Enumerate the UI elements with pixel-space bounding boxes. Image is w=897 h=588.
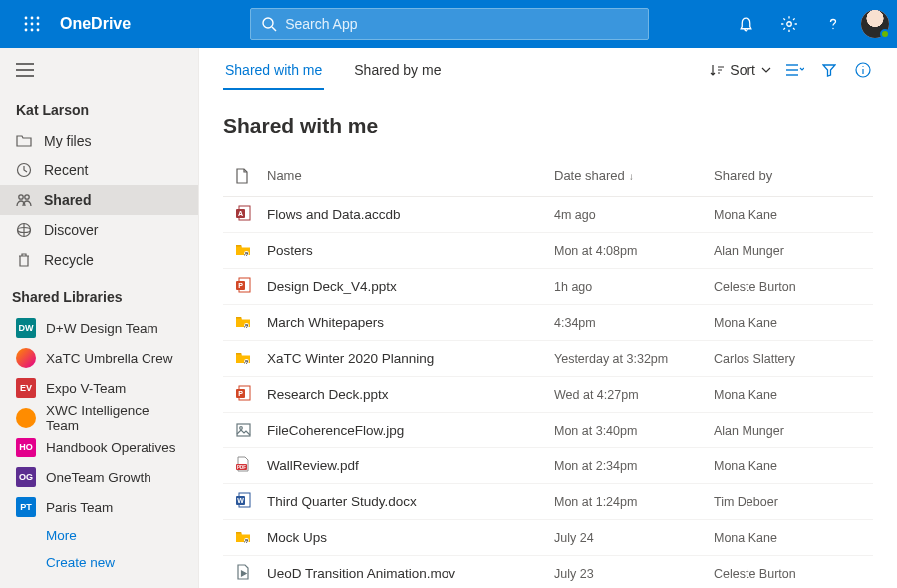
file-row[interactable]: PDFWallReview.pdfMon at 2:34pmMona Kane (223, 448, 873, 484)
sidebar-item-label: Discover (44, 222, 98, 238)
sidebar-item-recycle[interactable]: Recycle (0, 245, 198, 275)
file-date: Mon at 4:08pm (554, 244, 714, 258)
file-row[interactable]: AFlows and Data.accdb4m agoMona Kane (223, 197, 873, 233)
file-name: WallReview.pdf (267, 458, 554, 473)
filter-button[interactable] (819, 60, 839, 80)
file-shared-by: Carlos Slattery (714, 352, 873, 366)
app-launcher-button[interactable] (8, 0, 56, 48)
library-item[interactable]: OGOneTeam Growth (0, 462, 198, 492)
file-row[interactable]: XaTC Winter 2020 PlanningYesterday at 3:… (223, 341, 873, 377)
library-badge: OG (16, 467, 36, 487)
svg-point-0 (25, 17, 28, 20)
file-row[interactable]: Mock UpsJuly 24Mona Kane (223, 520, 873, 556)
main-content: Shared with meShared by me Sort Shared w (199, 48, 897, 588)
top-bar: OneDrive (0, 0, 897, 48)
svg-point-6 (25, 29, 28, 32)
svg-point-1 (31, 17, 34, 20)
brand-label: OneDrive (60, 15, 131, 33)
file-row[interactable]: PostersMon at 4:08pmAlan Munger (223, 233, 873, 269)
docx-icon: W (235, 492, 251, 508)
svg-point-26 (862, 65, 863, 66)
file-shared-by: Mona Kane (714, 316, 873, 330)
search-input[interactable] (285, 16, 638, 32)
file-name: Flows and Data.accdb (267, 207, 554, 222)
library-item[interactable]: EVExpo V-Team (0, 373, 198, 403)
svg-text:PDF: PDF (237, 465, 246, 470)
library-label: Paris Team (46, 500, 113, 515)
library-badge: DW (16, 318, 36, 338)
pptx-icon: P (235, 385, 251, 401)
user-avatar[interactable] (861, 10, 889, 38)
library-item[interactable]: HOHandbook Operatives (0, 433, 198, 462)
library-item[interactable]: XaTC Umbrella Crew (0, 343, 198, 373)
library-label: OneTeam Growth (46, 470, 151, 485)
pdf-icon: PDF (235, 456, 251, 472)
column-name[interactable]: Name (267, 168, 554, 183)
access-icon: A (235, 205, 251, 221)
file-date: July 24 (554, 531, 714, 545)
hamburger-icon[interactable] (16, 63, 34, 77)
svg-point-7 (31, 29, 34, 32)
file-icon (235, 168, 267, 184)
sort-button[interactable]: Sort (710, 62, 771, 78)
library-item[interactable]: PTParis Team (0, 492, 198, 522)
folder-shared-icon (235, 529, 251, 545)
tab-shared-with-me[interactable]: Shared with me (223, 50, 324, 90)
file-shared-by: Alan Munger (714, 424, 873, 438)
file-shared-by: Celeste Burton (714, 280, 873, 294)
search-box[interactable] (250, 8, 649, 40)
file-name: XaTC Winter 2020 Planning (267, 351, 554, 366)
library-item[interactable]: XWC Intelligence Team (0, 403, 198, 433)
sidebar-item-discover[interactable]: Discover (0, 215, 198, 245)
library-badge (16, 408, 36, 428)
library-label: D+W Design Team (46, 321, 158, 336)
view-options-button[interactable] (785, 60, 805, 80)
svg-point-46 (239, 426, 242, 429)
chevron-down-icon (761, 67, 771, 73)
tab-shared-by-me[interactable]: Shared by me (352, 50, 443, 90)
file-name: Design Deck_V4.pptx (267, 279, 554, 294)
search-icon (261, 16, 277, 32)
library-label: Handbook Operatives (46, 441, 176, 455)
discover-icon (16, 222, 32, 238)
svg-point-18 (25, 195, 29, 199)
file-date: Mon at 1:24pm (554, 495, 714, 509)
svg-line-10 (272, 27, 276, 31)
file-date: 4m ago (554, 208, 714, 222)
file-name: Mock Ups (267, 530, 554, 545)
file-shared-by: Celeste Burton (714, 567, 873, 581)
sort-label: Sort (730, 62, 755, 78)
file-row[interactable]: UeoD Transition Animation.movJuly 23Cele… (223, 556, 873, 588)
svg-point-8 (37, 29, 40, 32)
column-shared-by[interactable]: Shared by (714, 168, 873, 183)
folder-icon (16, 134, 32, 147)
sidebar-item-myfiles[interactable]: My files (0, 126, 198, 155)
sidebar-item-shared[interactable]: Shared (0, 185, 198, 215)
sidebar-item-recent[interactable]: Recent (0, 155, 198, 185)
notifications-button[interactable] (726, 0, 765, 48)
folder-shared-icon (235, 242, 251, 258)
help-button[interactable] (813, 0, 853, 48)
file-date: July 23 (554, 567, 714, 581)
file-row[interactable]: PDesign Deck_V4.pptx1h agoCeleste Burton (223, 269, 873, 305)
sidebar-item-label: Recycle (44, 252, 94, 268)
column-date[interactable]: Date shared↓ (554, 168, 714, 183)
file-date: Mon at 2:34pm (554, 459, 714, 473)
shared-icon (16, 193, 32, 207)
create-new-link[interactable]: Create new (0, 549, 198, 576)
settings-button[interactable] (769, 0, 809, 48)
svg-point-5 (37, 23, 40, 26)
file-name: Posters (267, 243, 554, 258)
library-badge (16, 348, 36, 368)
file-row[interactable]: PResearch Deck.pptxWed at 4:27pmMona Kan… (223, 377, 873, 413)
file-row[interactable]: March Whitepapers4:34pmMona Kane (223, 305, 873, 341)
shared-libraries-header: Shared Libraries (0, 275, 198, 313)
file-name: UeoD Transition Animation.mov (267, 566, 554, 581)
file-shared-by: Mona Kane (714, 459, 873, 473)
info-button[interactable] (853, 60, 873, 80)
svg-point-11 (787, 22, 792, 27)
file-row[interactable]: FileCoherenceFlow.jpgMon at 3:40pmAlan M… (223, 413, 873, 448)
library-item[interactable]: DWD+W Design Team (0, 313, 198, 343)
more-link[interactable]: More (0, 522, 198, 549)
file-row[interactable]: WThird Quarter Study.docxMon at 1:24pmTi… (223, 484, 873, 520)
